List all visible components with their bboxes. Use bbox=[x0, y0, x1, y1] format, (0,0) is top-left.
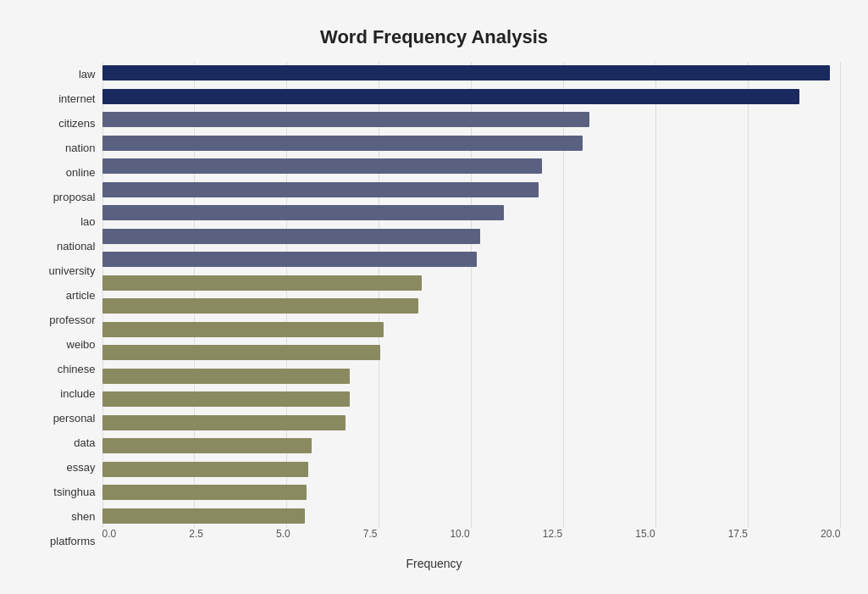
chart-container: Word Frequency Analysis lawinternetcitiz… bbox=[11, 9, 858, 586]
y-label: weibo bbox=[28, 339, 96, 350]
bar-row bbox=[102, 390, 841, 408]
bar-row bbox=[102, 87, 841, 106]
bar bbox=[102, 182, 539, 197]
chart-title: Word Frequency Analysis bbox=[28, 26, 841, 48]
y-label: online bbox=[28, 167, 96, 178]
bar-row bbox=[102, 110, 841, 129]
bar bbox=[102, 229, 480, 244]
y-label: law bbox=[28, 69, 96, 80]
bar-row bbox=[102, 203, 841, 222]
y-label: platforms bbox=[28, 536, 96, 547]
bar bbox=[102, 252, 477, 267]
bar-row bbox=[102, 64, 841, 82]
bar-row bbox=[102, 414, 841, 432]
bar bbox=[102, 369, 350, 384]
bars-and-grid: 0.02.55.07.510.012.515.017.520.0 bbox=[102, 62, 841, 553]
y-label: include bbox=[28, 388, 96, 399]
y-label: personal bbox=[28, 413, 96, 424]
y-label: chinese bbox=[28, 364, 96, 375]
y-label: citizens bbox=[28, 118, 96, 129]
y-label: internet bbox=[28, 93, 96, 104]
y-label: university bbox=[28, 265, 96, 276]
chart-area: lawinternetcitizensnationonlineproposall… bbox=[28, 62, 841, 553]
bar bbox=[102, 391, 350, 407]
y-label: shen bbox=[28, 511, 96, 522]
bar-row bbox=[102, 460, 841, 479]
x-axis-title: Frequency bbox=[28, 557, 841, 570]
bar bbox=[102, 136, 583, 151]
bar-row bbox=[102, 367, 841, 386]
bar bbox=[102, 65, 831, 80]
bar bbox=[102, 89, 799, 104]
bar-row bbox=[102, 297, 841, 315]
y-label: professor bbox=[28, 314, 96, 325]
bar bbox=[102, 275, 422, 291]
y-labels: lawinternetcitizensnationonlineproposall… bbox=[28, 62, 102, 553]
bar-row bbox=[102, 134, 841, 153]
bar bbox=[102, 462, 308, 477]
bar-row bbox=[102, 180, 841, 199]
bar-row bbox=[102, 343, 841, 362]
bar bbox=[102, 112, 590, 127]
bar bbox=[102, 485, 307, 500]
bar-row bbox=[102, 274, 841, 292]
bar-row bbox=[102, 157, 841, 175]
bar bbox=[102, 205, 505, 220]
bar bbox=[102, 508, 305, 524]
bar bbox=[102, 322, 384, 337]
bar bbox=[102, 345, 381, 360]
bar bbox=[102, 298, 418, 314]
bar-row bbox=[102, 250, 841, 269]
y-label: proposal bbox=[28, 192, 96, 203]
bar-row bbox=[102, 483, 841, 502]
y-label: national bbox=[28, 241, 96, 252]
bars-wrapper bbox=[102, 62, 841, 553]
y-label: lao bbox=[28, 216, 96, 227]
bar bbox=[102, 415, 346, 430]
bar-row bbox=[102, 227, 841, 246]
bar-row bbox=[102, 320, 841, 339]
y-label: tsinghua bbox=[28, 486, 96, 497]
y-label: essay bbox=[28, 462, 96, 473]
y-label: nation bbox=[28, 142, 96, 153]
bar bbox=[102, 158, 542, 174]
bar-row bbox=[102, 436, 841, 455]
bar bbox=[102, 438, 312, 453]
y-label: article bbox=[28, 290, 96, 301]
bar-row bbox=[102, 507, 841, 525]
y-label: data bbox=[28, 437, 96, 448]
